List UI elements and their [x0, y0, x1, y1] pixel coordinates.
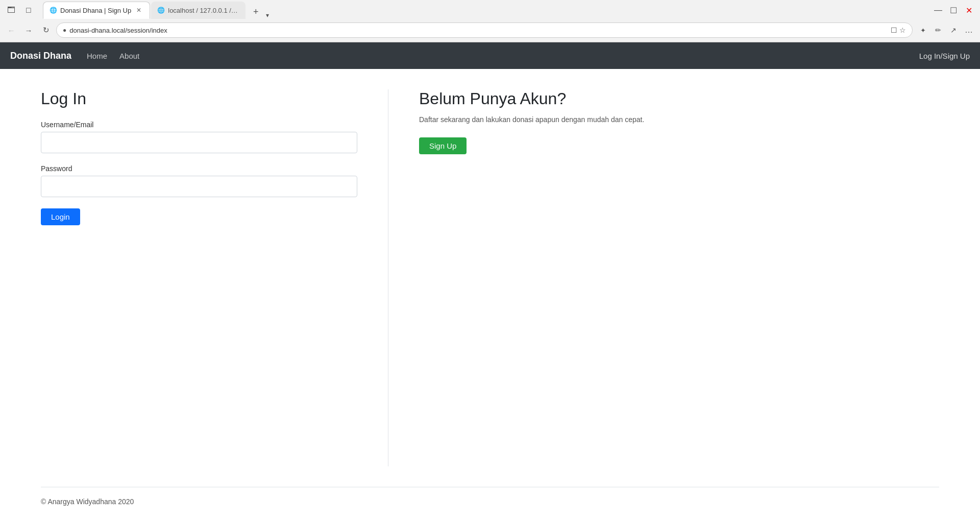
bookmark-icon[interactable]: ☆: [899, 26, 906, 34]
forward-btn[interactable]: →: [21, 23, 36, 37]
nav-about[interactable]: About: [114, 49, 144, 63]
browser-titlebar: 🗔 ☐ 🌐 Donasi Dhana | Sign Up ✕ 🌐 localho…: [0, 0, 980, 20]
password-group: Password: [41, 164, 357, 206]
username-input[interactable]: [41, 132, 357, 153]
refresh-btn[interactable]: ↻: [39, 23, 53, 37]
window-controls: — ☐ ✕: [931, 3, 976, 17]
maximize-btn[interactable]: ☐: [946, 3, 961, 17]
login-section: Log In Username/Email Password Login: [41, 89, 388, 466]
inactive-tab[interactable]: 🌐 localhost / 127.0.0.1 / fp_pb: [151, 2, 246, 19]
lock-icon: ●: [63, 27, 66, 34]
restore-window-btn[interactable]: 🗔: [4, 3, 18, 17]
password-label: Password: [41, 164, 357, 173]
nav-home[interactable]: Home: [82, 49, 112, 63]
navbar-nav: Home About: [82, 49, 919, 63]
username-group: Username/Email: [41, 121, 357, 162]
address-bar-icons: ☐ ☆: [891, 26, 906, 34]
back-btn[interactable]: ←: [4, 23, 18, 37]
footer: © Anargya Widyadhana 2020: [0, 487, 980, 516]
active-tab-title: Donasi Dhana | Sign Up: [60, 7, 131, 14]
inactive-tab-title: localhost / 127.0.0.1 / fp_pb: [168, 7, 239, 14]
share-btn[interactable]: ↗: [946, 23, 961, 37]
new-tab-btn[interactable]: ☐: [21, 3, 36, 17]
pen-btn[interactable]: ✏: [931, 23, 945, 37]
username-label: Username/Email: [41, 121, 357, 129]
tab2-favicon: 🌐: [157, 7, 165, 14]
address-bar-row: ← → ↻ ● donasi-dhana.local/session/index…: [0, 20, 980, 42]
navbar-brand[interactable]: Donasi Dhana: [10, 51, 71, 61]
login-button[interactable]: Login: [41, 208, 80, 225]
navbar-auth[interactable]: Log In/Sign Up: [919, 52, 970, 60]
collections-btn[interactable]: ✦: [916, 23, 930, 37]
password-input[interactable]: [41, 176, 357, 197]
close-btn[interactable]: ✕: [962, 3, 976, 17]
tab-favicon: 🌐: [50, 7, 57, 14]
new-tab-plus-btn[interactable]: +: [249, 5, 263, 19]
address-url: donasi-dhana.local/session/index: [69, 27, 888, 34]
main-content: Log In Username/Email Password Login Bel…: [0, 69, 980, 487]
signup-description: Daftar sekarang dan lakukan donasi apapu…: [419, 114, 939, 125]
signup-title: Belum Punya Akun?: [419, 89, 939, 108]
login-title: Log In: [41, 89, 357, 108]
tab-dropdown-btn[interactable]: ▾: [266, 12, 269, 19]
address-bar[interactable]: ● donasi-dhana.local/session/index ☐ ☆: [56, 22, 913, 38]
tab-close-btn[interactable]: ✕: [134, 6, 143, 15]
browser-action-icons: ✦ ✏ ↗ …: [916, 23, 976, 37]
footer-copyright: © Anargya Widyadhana 2020: [41, 498, 134, 506]
tab-bar: 🌐 Donasi Dhana | Sign Up ✕ 🌐 localhost /…: [39, 2, 928, 19]
minimize-btn[interactable]: —: [931, 3, 945, 17]
menu-btn[interactable]: …: [962, 23, 976, 37]
signup-section: Belum Punya Akun? Daftar sekarang dan la…: [388, 89, 939, 466]
signup-button[interactable]: Sign Up: [419, 137, 467, 154]
browser-chrome: 🗔 ☐ 🌐 Donasi Dhana | Sign Up ✕ 🌐 localho…: [0, 0, 980, 42]
navbar: Donasi Dhana Home About Log In/Sign Up: [0, 42, 980, 69]
split-view-icon: ☐: [891, 26, 897, 34]
active-tab[interactable]: 🌐 Donasi Dhana | Sign Up ✕: [43, 2, 150, 19]
